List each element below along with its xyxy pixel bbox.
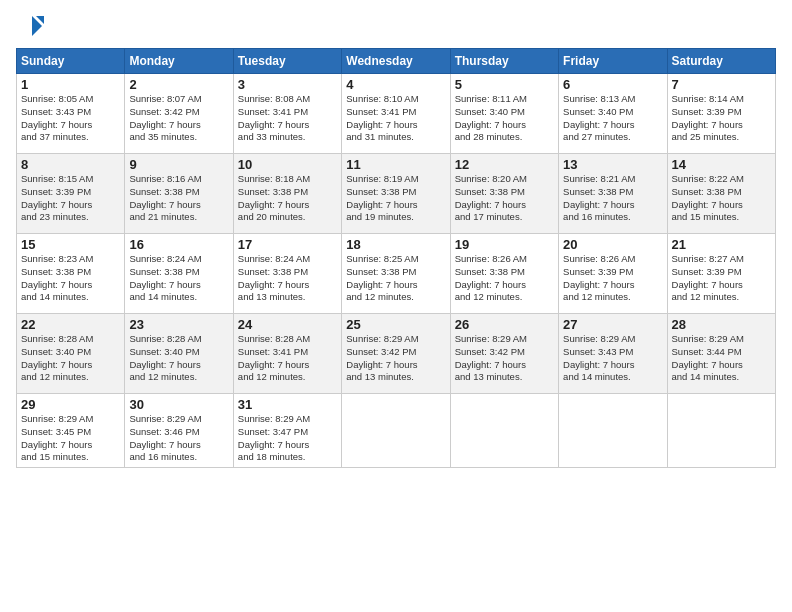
day-number: 7	[672, 77, 771, 92]
calendar-cell: 18Sunrise: 8:25 AMSunset: 3:38 PMDayligh…	[342, 234, 450, 314]
cell-info-line: Sunset: 3:38 PM	[129, 186, 228, 199]
cell-info-line: and 12 minutes.	[346, 291, 445, 304]
cell-info-line: Daylight: 7 hours	[238, 279, 337, 292]
calendar-cell: 20Sunrise: 8:26 AMSunset: 3:39 PMDayligh…	[559, 234, 667, 314]
calendar-cell	[342, 394, 450, 468]
day-number: 17	[238, 237, 337, 252]
cell-info-line: Daylight: 7 hours	[238, 199, 337, 212]
cell-info-line: Daylight: 7 hours	[563, 279, 662, 292]
cell-info-line: Daylight: 7 hours	[238, 359, 337, 372]
day-number: 21	[672, 237, 771, 252]
calendar-cell: 4Sunrise: 8:10 AMSunset: 3:41 PMDaylight…	[342, 74, 450, 154]
day-number: 24	[238, 317, 337, 332]
cell-info-line: Sunset: 3:38 PM	[238, 186, 337, 199]
cell-info-line: Daylight: 7 hours	[455, 119, 554, 132]
day-number: 12	[455, 157, 554, 172]
cell-info-line: and 33 minutes.	[238, 131, 337, 144]
cell-info-line: Sunset: 3:40 PM	[21, 346, 120, 359]
day-number: 11	[346, 157, 445, 172]
calendar-cell: 13Sunrise: 8:21 AMSunset: 3:38 PMDayligh…	[559, 154, 667, 234]
calendar-week-row: 1Sunrise: 8:05 AMSunset: 3:43 PMDaylight…	[17, 74, 776, 154]
calendar-cell: 27Sunrise: 8:29 AMSunset: 3:43 PMDayligh…	[559, 314, 667, 394]
cell-info-line: Sunrise: 8:29 AM	[672, 333, 771, 346]
calendar-cell: 10Sunrise: 8:18 AMSunset: 3:38 PMDayligh…	[233, 154, 341, 234]
cell-info-line: Sunrise: 8:05 AM	[21, 93, 120, 106]
cell-info-line: and 12 minutes.	[672, 291, 771, 304]
cell-info-line: Sunset: 3:42 PM	[129, 106, 228, 119]
cell-info-line: and 16 minutes.	[563, 211, 662, 224]
day-number: 1	[21, 77, 120, 92]
cell-info-line: Daylight: 7 hours	[21, 439, 120, 452]
cell-info-line: Daylight: 7 hours	[455, 359, 554, 372]
cell-info-line: Sunset: 3:39 PM	[672, 266, 771, 279]
day-number: 25	[346, 317, 445, 332]
calendar-cell: 29Sunrise: 8:29 AMSunset: 3:45 PMDayligh…	[17, 394, 125, 468]
logo	[16, 12, 48, 40]
cell-info-line: Sunset: 3:41 PM	[238, 106, 337, 119]
cell-info-line: Sunrise: 8:19 AM	[346, 173, 445, 186]
day-number: 8	[21, 157, 120, 172]
calendar-week-row: 29Sunrise: 8:29 AMSunset: 3:45 PMDayligh…	[17, 394, 776, 468]
cell-info-line: and 35 minutes.	[129, 131, 228, 144]
cell-info-line: and 21 minutes.	[129, 211, 228, 224]
cell-info-line: and 13 minutes.	[455, 371, 554, 384]
cell-info-line: Sunrise: 8:29 AM	[346, 333, 445, 346]
day-number: 9	[129, 157, 228, 172]
cell-info-line: Sunrise: 8:28 AM	[238, 333, 337, 346]
cell-info-line: Sunset: 3:38 PM	[455, 186, 554, 199]
calendar-header-friday: Friday	[559, 49, 667, 74]
page: SundayMondayTuesdayWednesdayThursdayFrid…	[0, 0, 792, 612]
cell-info-line: and 15 minutes.	[21, 451, 120, 464]
calendar-cell: 30Sunrise: 8:29 AMSunset: 3:46 PMDayligh…	[125, 394, 233, 468]
day-number: 23	[129, 317, 228, 332]
day-number: 18	[346, 237, 445, 252]
cell-info-line: Daylight: 7 hours	[21, 199, 120, 212]
calendar-cell: 19Sunrise: 8:26 AMSunset: 3:38 PMDayligh…	[450, 234, 558, 314]
day-number: 3	[238, 77, 337, 92]
cell-info-line: Sunset: 3:43 PM	[21, 106, 120, 119]
cell-info-line: and 14 minutes.	[21, 291, 120, 304]
day-number: 5	[455, 77, 554, 92]
cell-info-line: Daylight: 7 hours	[672, 119, 771, 132]
day-number: 27	[563, 317, 662, 332]
cell-info-line: Daylight: 7 hours	[672, 279, 771, 292]
cell-info-line: Sunset: 3:38 PM	[346, 186, 445, 199]
header	[16, 12, 776, 40]
cell-info-line: Sunset: 3:38 PM	[672, 186, 771, 199]
calendar-cell: 12Sunrise: 8:20 AMSunset: 3:38 PMDayligh…	[450, 154, 558, 234]
cell-info-line: Sunrise: 8:14 AM	[672, 93, 771, 106]
calendar-cell: 7Sunrise: 8:14 AMSunset: 3:39 PMDaylight…	[667, 74, 775, 154]
cell-info-line: and 13 minutes.	[346, 371, 445, 384]
cell-info-line: Sunrise: 8:16 AM	[129, 173, 228, 186]
cell-info-line: Sunset: 3:41 PM	[346, 106, 445, 119]
cell-info-line: and 31 minutes.	[346, 131, 445, 144]
calendar-week-row: 8Sunrise: 8:15 AMSunset: 3:39 PMDaylight…	[17, 154, 776, 234]
cell-info-line: Daylight: 7 hours	[455, 199, 554, 212]
cell-info-line: and 17 minutes.	[455, 211, 554, 224]
cell-info-line: Daylight: 7 hours	[563, 199, 662, 212]
day-number: 31	[238, 397, 337, 412]
cell-info-line: Daylight: 7 hours	[21, 359, 120, 372]
cell-info-line: Daylight: 7 hours	[21, 119, 120, 132]
cell-info-line: Sunrise: 8:26 AM	[455, 253, 554, 266]
calendar-cell: 9Sunrise: 8:16 AMSunset: 3:38 PMDaylight…	[125, 154, 233, 234]
calendar-cell: 15Sunrise: 8:23 AMSunset: 3:38 PMDayligh…	[17, 234, 125, 314]
cell-info-line: Sunrise: 8:28 AM	[129, 333, 228, 346]
cell-info-line: Sunrise: 8:29 AM	[563, 333, 662, 346]
cell-info-line: Sunrise: 8:22 AM	[672, 173, 771, 186]
cell-info-line: and 27 minutes.	[563, 131, 662, 144]
cell-info-line: and 12 minutes.	[238, 371, 337, 384]
cell-info-line: Sunset: 3:45 PM	[21, 426, 120, 439]
calendar-cell: 24Sunrise: 8:28 AMSunset: 3:41 PMDayligh…	[233, 314, 341, 394]
cell-info-line: Daylight: 7 hours	[238, 439, 337, 452]
calendar-cell: 16Sunrise: 8:24 AMSunset: 3:38 PMDayligh…	[125, 234, 233, 314]
cell-info-line: Daylight: 7 hours	[563, 359, 662, 372]
cell-info-line: Sunset: 3:41 PM	[238, 346, 337, 359]
day-number: 26	[455, 317, 554, 332]
cell-info-line: and 18 minutes.	[238, 451, 337, 464]
day-number: 19	[455, 237, 554, 252]
cell-info-line: Sunset: 3:42 PM	[346, 346, 445, 359]
cell-info-line: and 12 minutes.	[129, 371, 228, 384]
cell-info-line: Sunrise: 8:11 AM	[455, 93, 554, 106]
cell-info-line: Sunset: 3:39 PM	[21, 186, 120, 199]
